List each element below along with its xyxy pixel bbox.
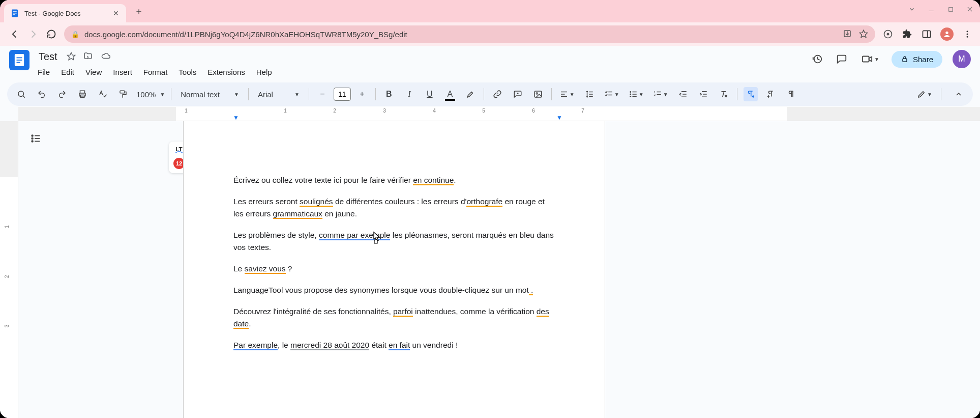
chevron-down-icon[interactable] (907, 4, 917, 14)
svg-rect-20 (17, 58, 22, 59)
underline-icon[interactable]: U (423, 87, 437, 101)
profile-avatar-icon[interactable] (940, 27, 954, 41)
doc-paragraph[interactable]: Par exemple, le mercredi 28 août 2020 ét… (233, 339, 555, 351)
window-close-icon[interactable] (965, 4, 975, 14)
install-app-icon[interactable] (843, 29, 852, 40)
svg-rect-34 (120, 91, 125, 93)
collapse-toolbar-icon[interactable] (952, 87, 966, 101)
extensions-puzzle-icon[interactable] (902, 29, 913, 40)
doc-paragraph[interactable]: Découvrez l'intégralité de ses fonctionn… (233, 305, 555, 330)
svg-line-29 (23, 96, 25, 98)
editing-mode-icon[interactable]: ▼ (914, 87, 935, 101)
bold-icon[interactable]: B (382, 87, 396, 101)
star-icon[interactable] (67, 51, 76, 63)
ltr-icon[interactable] (744, 87, 758, 101)
svg-marker-10 (860, 30, 868, 37)
zoom-select[interactable]: 100%▼ (136, 90, 165, 99)
menu-help[interactable]: Help (255, 67, 273, 77)
menu-view[interactable]: View (84, 67, 103, 77)
outline-toggle-icon[interactable] (27, 130, 44, 147)
italic-icon[interactable]: I (402, 87, 417, 101)
doc-paragraph[interactable]: Écrivez ou collez votre texte ici pour l… (233, 174, 555, 186)
nav-forward-button (27, 29, 39, 40)
doc-paragraph[interactable]: Les problèmes de style, comme par exempl… (233, 229, 555, 254)
tab-close-icon[interactable]: ✕ (113, 9, 119, 17)
indent-increase-icon[interactable] (696, 87, 710, 101)
svg-rect-1 (13, 11, 17, 12)
history-icon[interactable] (810, 52, 824, 66)
window-maximize-icon[interactable] (945, 4, 956, 14)
menu-file[interactable]: File (37, 67, 51, 77)
nav-reload-button[interactable] (46, 29, 57, 40)
doc-paragraph[interactable]: LanguageTool vous propose des synonymes … (233, 284, 555, 296)
svg-rect-25 (863, 57, 869, 62)
menu-extensions[interactable]: Extensions (206, 67, 246, 77)
print-icon[interactable] (75, 87, 90, 101)
indent-right-marker[interactable]: ▼ (556, 114, 562, 121)
window-minimize-icon[interactable] (926, 4, 936, 14)
horizontal-ruler[interactable]: 1 1 2 3 4 5 6 7 ▼ ▼ (18, 107, 980, 121)
svg-marker-26 (869, 57, 872, 61)
doc-paragraph[interactable]: Le saviez vous ? (233, 263, 555, 275)
chrome-menu-icon[interactable] (962, 29, 973, 40)
svg-point-38 (536, 93, 538, 94)
paint-format-icon[interactable] (116, 87, 130, 101)
menu-format[interactable]: Format (142, 67, 169, 77)
numbered-list-icon[interactable]: 12▼ (651, 87, 670, 101)
insert-comment-icon[interactable] (511, 87, 525, 101)
address-bar[interactable]: 🔒 docs.google.com/document/d/1LPBNj6gYoQ… (64, 25, 875, 43)
indent-left-marker[interactable]: ▼ (233, 114, 239, 121)
svg-rect-3 (13, 14, 15, 15)
undo-icon[interactable] (35, 87, 49, 101)
text-color-icon[interactable]: A (443, 87, 457, 101)
indent-decrease-icon[interactable] (676, 87, 690, 101)
font-select[interactable]: Arial▼ (255, 90, 303, 99)
extension-lt-icon[interactable] (882, 29, 894, 40)
menu-insert[interactable]: Insert (112, 67, 133, 77)
docs-logo-icon[interactable] (9, 50, 29, 70)
vertical-ruler[interactable]: 1 2 3 (0, 121, 18, 418)
comments-icon[interactable] (835, 52, 849, 66)
document-page[interactable]: Écrivez ou collez votre texte ici pour l… (183, 121, 605, 418)
bookmark-star-icon[interactable] (859, 29, 868, 40)
new-tab-button[interactable]: ＋ (131, 4, 146, 19)
move-folder-icon[interactable] (83, 51, 93, 63)
line-spacing-icon[interactable] (582, 87, 597, 101)
browser-tab[interactable]: Test - Google Docs ✕ (4, 4, 126, 22)
highlight-icon[interactable] (463, 87, 478, 101)
svg-point-12 (887, 33, 889, 36)
paragraph-style-select[interactable]: Normal text▼ (177, 90, 242, 99)
cloud-saved-icon[interactable] (100, 51, 111, 63)
fontsize-decrease-button[interactable]: − (315, 87, 330, 101)
svg-point-17 (967, 34, 968, 35)
rtl-icon[interactable] (764, 87, 778, 101)
svg-rect-21 (17, 60, 22, 61)
checklist-icon[interactable]: ▼ (603, 87, 621, 101)
url-text: docs.google.com/document/d/1LPBNj6gYoQ4D… (84, 30, 407, 39)
redo-icon[interactable] (55, 87, 69, 101)
svg-point-16 (967, 31, 968, 32)
side-panel-icon[interactable] (921, 29, 932, 40)
svg-rect-52 (632, 94, 636, 95)
document-title[interactable]: Test (37, 50, 60, 64)
menu-edit[interactable]: Edit (60, 67, 75, 77)
nav-back-button[interactable] (9, 29, 20, 40)
menu-bar: File Edit View Insert Format Tools Exten… (37, 65, 273, 77)
svg-rect-53 (632, 96, 636, 97)
account-avatar[interactable]: M (953, 50, 971, 68)
bulleted-list-icon[interactable]: ▼ (627, 87, 645, 101)
share-button[interactable]: Share (892, 51, 942, 68)
search-menus-icon[interactable] (14, 87, 28, 101)
pilcrow-icon[interactable] (784, 87, 798, 101)
svg-rect-27 (903, 59, 907, 62)
spellcheck-icon[interactable] (96, 87, 110, 101)
doc-paragraph[interactable]: Les erreurs seront soulignés de différen… (233, 196, 555, 220)
fontsize-input[interactable]: 11 (334, 88, 351, 101)
fontsize-increase-button[interactable]: + (355, 87, 369, 101)
meet-icon[interactable]: ▼ (859, 52, 881, 66)
clear-formatting-icon[interactable] (717, 87, 731, 101)
insert-link-icon[interactable] (490, 87, 504, 101)
insert-image-icon[interactable] (531, 87, 545, 101)
align-icon[interactable]: ▼ (558, 87, 576, 101)
menu-tools[interactable]: Tools (177, 67, 197, 77)
